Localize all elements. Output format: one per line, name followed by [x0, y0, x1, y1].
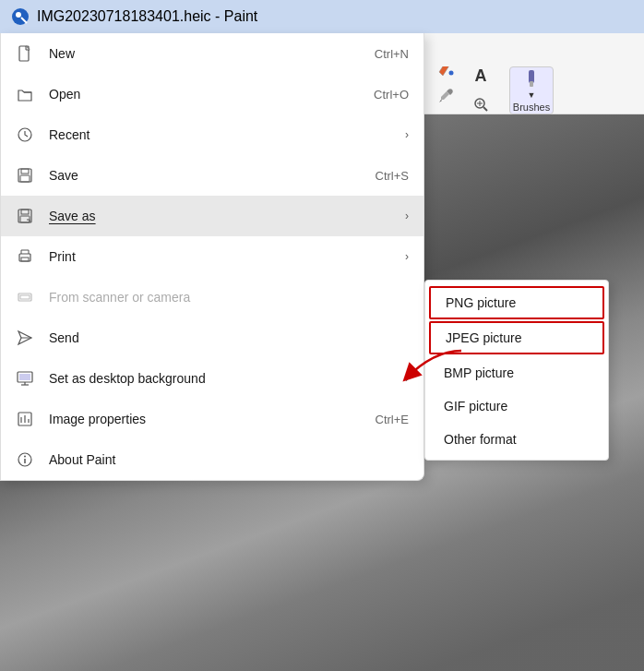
svg-point-3 — [449, 70, 454, 75]
save-label: Save — [49, 168, 361, 183]
imgprops-label: Image properties — [49, 412, 361, 426]
svg-rect-24 — [19, 374, 30, 380]
svg-line-5 — [483, 107, 487, 111]
svg-point-1 — [16, 12, 21, 18]
menu-item-save[interactable]: Save Ctrl+S — [1, 155, 423, 196]
save-shortcut: Ctrl+S — [376, 169, 409, 183]
desktop-icon — [16, 369, 34, 388]
new-shortcut: Ctrl+N — [375, 47, 409, 61]
menu-item-new[interactable]: New Ctrl+N — [1, 33, 423, 74]
svg-rect-8 — [529, 70, 534, 83]
menu-item-open[interactable]: Open Ctrl+O — [1, 74, 423, 114]
save-icon — [16, 166, 34, 185]
desktop-arrow: › — [405, 372, 409, 385]
svg-rect-9 — [530, 81, 533, 87]
text-tool-icon[interactable]: A — [467, 65, 495, 89]
aboutpaint-icon — [16, 450, 34, 469]
svg-rect-21 — [20, 295, 30, 299]
svg-rect-14 — [20, 175, 30, 182]
submenu-item-other[interactable]: Other format — [425, 423, 608, 456]
new-label: New — [49, 46, 360, 61]
saveas-icon — [16, 207, 34, 225]
print-arrow: › — [405, 250, 409, 263]
menu-item-desktop[interactable]: Set as desktop background › — [1, 358, 423, 399]
saveas-submenu: PNG picture JPEG picture BMP picture GIF… — [424, 280, 609, 461]
paint-icon — [11, 7, 30, 26]
send-label: Send — [49, 330, 409, 345]
scanner-icon — [16, 288, 34, 306]
saveas-arrow: › — [405, 210, 409, 222]
text-mag-icons: A — [467, 65, 495, 116]
saveas-label: Save as — [49, 209, 376, 223]
new-icon — [16, 44, 34, 63]
submenu-item-gif[interactable]: GIF picture — [425, 389, 608, 423]
aboutpaint-label: About Paint — [49, 452, 409, 467]
menu-item-send[interactable]: Send — [1, 318, 423, 358]
brushes-label: Brushes — [513, 102, 550, 113]
open-label: Open — [49, 87, 359, 102]
menu-item-saveas[interactable]: Save as › — [1, 196, 423, 236]
svg-rect-16 — [21, 210, 29, 214]
file-dropdown-menu: New Ctrl+N Open Ctrl+O Recent › Save Ctr… — [0, 33, 424, 481]
ribbon-tools-area: Tools A ▼ Brushes — [424, 66, 644, 114]
window-title: IMG20230718183401.heic - Paint — [37, 8, 257, 25]
bmp-label: BMP picture — [444, 365, 514, 380]
menu-item-aboutpaint[interactable]: About Paint — [1, 439, 423, 480]
imgprops-icon — [16, 410, 34, 428]
recent-arrow: › — [405, 128, 409, 141]
menu-item-recent[interactable]: Recent › — [1, 114, 423, 155]
recent-icon — [16, 126, 34, 144]
menu-item-scanner: From scanner or camera — [1, 277, 423, 318]
scanner-label: From scanner or camera — [49, 290, 409, 305]
open-icon — [16, 85, 34, 103]
recent-label: Recent — [49, 127, 376, 142]
submenu-item-bmp[interactable]: BMP picture — [425, 356, 608, 389]
submenu-item-jpeg[interactable]: JPEG picture — [429, 321, 604, 354]
other-label: Other format — [444, 432, 517, 447]
print-icon — [16, 247, 34, 266]
eyedropper-tool-icon[interactable] — [432, 84, 459, 108]
menu-item-print[interactable]: Print › — [1, 236, 423, 277]
svg-point-29 — [24, 456, 26, 458]
imgprops-shortcut: Ctrl+E — [376, 413, 409, 426]
gif-label: GIF picture — [444, 399, 507, 413]
svg-rect-19 — [21, 258, 29, 261]
desktop-label: Set as desktop background — [49, 371, 376, 386]
jpeg-label: JPEG picture — [446, 330, 521, 345]
magnifier-tool-icon[interactable] — [467, 92, 495, 116]
text-magnifier-group: A — [467, 65, 495, 116]
submenu-item-png[interactable]: PNG picture — [429, 286, 604, 319]
png-label: PNG picture — [446, 295, 516, 310]
title-bar: IMG20230718183401.heic - Paint — [0, 0, 644, 33]
print-label: Print — [49, 249, 376, 264]
send-icon — [16, 329, 34, 347]
menu-item-imgprops[interactable]: Image properties Ctrl+E — [1, 399, 423, 439]
open-shortcut: Ctrl+O — [374, 88, 409, 102]
brushes-button[interactable]: ▼ Brushes — [509, 66, 554, 114]
svg-rect-13 — [21, 169, 29, 174]
